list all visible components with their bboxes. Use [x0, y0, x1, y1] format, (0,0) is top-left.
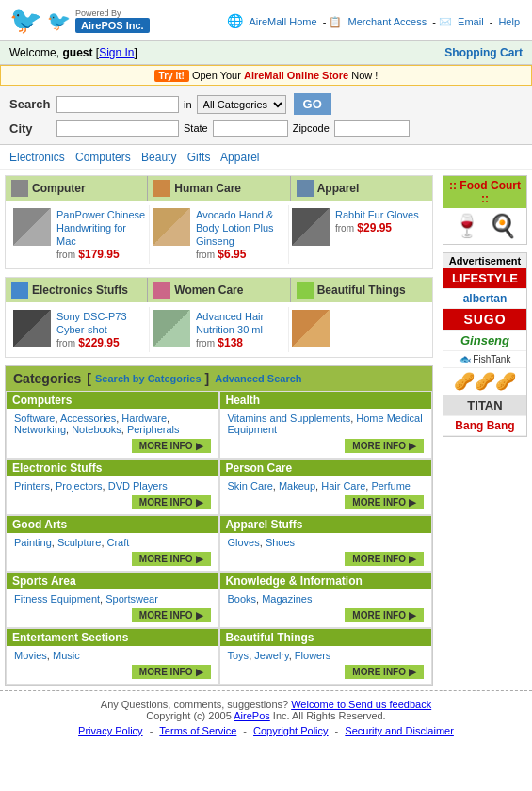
sign-in-link[interactable]: Sign In — [99, 46, 134, 59]
cat-link-accessories[interactable]: Accessories — [60, 412, 116, 424]
search-input[interactable] — [56, 96, 179, 113]
email-link[interactable]: Email — [458, 16, 484, 27]
cat-link-painting[interactable]: Painting — [14, 537, 52, 548]
security-disclaimer-link[interactable]: Security and Disclaimer — [345, 725, 454, 736]
product-flowers — [289, 307, 427, 352]
ad-ginseng[interactable]: Ginseng — [443, 331, 526, 351]
category-nav: Electronics Computers Beauty Gifts Appar… — [0, 145, 532, 170]
food-court-title: :: Food Court :: — [443, 176, 526, 208]
cat-cell-beautiful-things: Beautiful Things Toys, Jewelry, Flowers … — [219, 628, 433, 685]
product-section-1: Computer Human Care Apparel PanPower Chi… — [5, 175, 433, 269]
cat-link-hardware[interactable]: Hardware — [121, 412, 167, 424]
health-more-info-button[interactable]: MORE INFO ▶ — [345, 439, 424, 453]
cat-link-vitamins[interactable]: Vitamins and Supplements — [228, 412, 351, 424]
company-link[interactable]: AirePos — [234, 710, 270, 721]
airemall-home-link[interactable]: AireMall Home — [249, 16, 316, 27]
cat-link-perfume[interactable]: Perfume — [371, 480, 411, 492]
cat-link-books[interactable]: Books — [228, 593, 257, 605]
zip-input[interactable] — [334, 120, 410, 137]
footer-questions: Any Questions, comments, suggestions? We… — [8, 699, 524, 710]
product-link-camera[interactable]: Sony DSC-P73 Cyber-shot — [56, 311, 127, 335]
category-select[interactable]: All Categories Electronics Computers Bea… — [197, 95, 286, 114]
cat-link-gloves[interactable]: Gloves — [228, 537, 260, 548]
cat-link-music[interactable]: Music — [53, 650, 80, 661]
electronic-stuffs-more-info-button[interactable]: MORE INFO ▶ — [132, 495, 211, 509]
bird-icon: 🐦 — [9, 5, 42, 36]
help-link[interactable]: Help — [498, 16, 520, 27]
cat-header-person-care: Person Care — [220, 460, 432, 476]
cat-link-hair-care[interactable]: Hair Care — [321, 480, 365, 492]
airemall-store-link[interactable]: AireMall Online Store — [244, 70, 348, 81]
footer-links: Privacy Policy - Terms of Service - Copy… — [8, 725, 524, 736]
cat-link-peripherals[interactable]: Peripherals — [127, 424, 180, 435]
beautiful-things-icon — [297, 282, 314, 299]
ad-lifestyle[interactable]: LIFESTYLE — [443, 268, 526, 289]
product-from-4: from — [56, 338, 75, 348]
copyright-policy-link[interactable]: Copyright Policy — [253, 725, 328, 736]
cat-link-toys[interactable]: Toys — [228, 650, 250, 661]
person-care-more-info-button[interactable]: MORE INFO ▶ — [345, 495, 424, 509]
cat-link-makeup[interactable]: Makeup — [279, 480, 315, 492]
nav-beauty[interactable]: Beauty — [141, 151, 176, 164]
cat-link-dvd-players[interactable]: DVD Players — [108, 480, 168, 492]
product-thumb-computer — [13, 208, 51, 246]
cat-link-magazines[interactable]: Magazines — [262, 593, 312, 605]
computers-more-info-button[interactable]: MORE INFO ▶ — [132, 439, 211, 453]
terms-of-service-link[interactable]: Terms of Service — [159, 725, 236, 736]
product-link-lotion[interactable]: Avocado Hand & Body Lotion Plus Ginseng — [196, 209, 274, 247]
cat-link-fitness-equipment[interactable]: Fitness Equipment — [14, 593, 100, 605]
ad-bangbang[interactable]: Bang Bang — [443, 416, 526, 436]
cat-link-movies[interactable]: Movies — [14, 650, 47, 661]
privacy-policy-link[interactable]: Privacy Policy — [78, 725, 142, 736]
cat-cell-person-care: Person Care Skin Care, Makeup, Hair Care… — [219, 459, 433, 515]
ad-sugo[interactable]: SUGO — [443, 309, 526, 331]
merchant-access-link[interactable]: Merchant Access — [347, 16, 427, 27]
nav-apparel[interactable]: Apparel — [220, 151, 259, 164]
feedback-link[interactable]: Welcome to Send us feedback — [291, 699, 431, 710]
product-lotion: Avocado Hand & Body Lotion Plus Ginseng … — [150, 205, 289, 264]
apparel-stuffs-more-info-button[interactable]: MORE INFO ▶ — [345, 552, 424, 566]
cat-link-shoes[interactable]: Shoes — [266, 537, 295, 548]
sports-area-more-info-button[interactable]: MORE INFO ▶ — [132, 608, 211, 622]
cat-link-notebooks[interactable]: Notebooks — [72, 424, 121, 435]
computer-header: Computer — [6, 176, 148, 201]
nav-computers[interactable]: Computers — [75, 151, 131, 164]
cat-link-networking[interactable]: Networking — [14, 424, 66, 435]
ad-albertan[interactable]: albertan — [443, 289, 526, 309]
cat-link-craft[interactable]: Craft — [107, 537, 130, 548]
knowledge-more-info-button[interactable]: MORE INFO ▶ — [345, 608, 424, 622]
cat-link-skin-care[interactable]: Skin Care — [228, 480, 273, 492]
ad-titan[interactable]: TITAN — [443, 396, 526, 416]
product-thumb-lotion — [153, 208, 190, 246]
nav-gifts[interactable]: Gifts — [187, 151, 211, 164]
cat-header-entertainment: Entertament Sections — [7, 629, 218, 646]
cat-links-knowledge: Books, Magazines — [228, 593, 425, 605]
beautiful-things-more-info-button[interactable]: MORE INFO ▶ — [345, 665, 424, 679]
header: 🐦 🐦 Powered By AirePOS Inc. 🌐 AireMall H… — [0, 0, 532, 41]
advanced-search-link[interactable]: Advanced Search — [215, 373, 301, 384]
city-input[interactable] — [56, 120, 179, 137]
search-label: Search — [9, 97, 56, 111]
product-link-computer[interactable]: PanPower Chinese Handwriting for Mac — [56, 209, 145, 247]
product-info-lotion: Avocado Hand & Body Lotion Plus Ginseng … — [196, 208, 285, 261]
product-price-4: $229.95 — [78, 336, 119, 349]
good-arts-more-info-button[interactable]: MORE INFO ▶ — [132, 552, 211, 566]
ad-nuts[interactable]: 🥜🥜🥜 — [443, 368, 526, 396]
cat-link-jewelry[interactable]: Jewelry — [254, 650, 288, 661]
cat-link-printers[interactable]: Printers — [14, 480, 50, 492]
nav-electronics[interactable]: Electronics — [9, 151, 65, 164]
cat-link-flowers[interactable]: Flowers — [295, 650, 331, 661]
shopping-cart-link[interactable]: Shopping Cart — [444, 46, 523, 59]
cat-link-sculpture[interactable]: Sculpture — [57, 537, 101, 548]
product-link-gloves[interactable]: Rabbit Fur Gloves — [335, 209, 419, 220]
search-by-categories-link[interactable]: Search by Categories — [95, 373, 202, 384]
cat-link-software[interactable]: Software — [14, 412, 55, 424]
cat-link-sportswear[interactable]: Sportswear — [105, 593, 158, 605]
go-button[interactable]: GO — [294, 93, 331, 115]
entertainment-more-info-button[interactable]: MORE INFO ▶ — [132, 665, 211, 679]
state-input[interactable] — [213, 120, 288, 137]
cat-link-projectors[interactable]: Projectors — [56, 480, 103, 492]
human-care-icon — [153, 180, 170, 197]
ad-fishtank[interactable]: 🐟 FishTank — [443, 351, 526, 368]
product-link-haircare[interactable]: Advanced Hair Nutrition 30 ml — [196, 311, 264, 335]
